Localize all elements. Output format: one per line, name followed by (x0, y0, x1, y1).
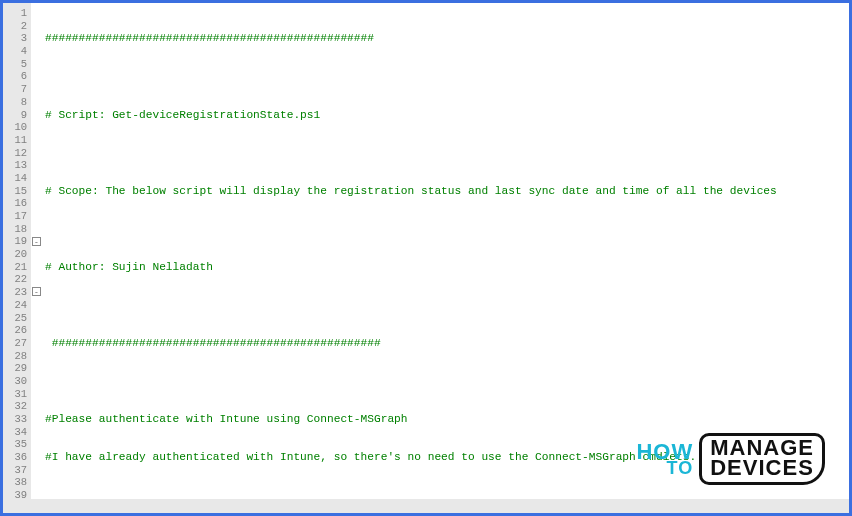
line-number: 17 (3, 210, 27, 223)
fold-margin: -- (31, 3, 45, 513)
line-number: 14 (3, 172, 27, 185)
code-line: #I have already authenticated with Intun… (45, 451, 696, 463)
line-number: 6 (3, 70, 27, 83)
status-bar (3, 499, 849, 513)
line-number: 25 (3, 312, 27, 325)
line-number: 34 (3, 426, 27, 439)
fold-toggle-icon[interactable]: - (32, 237, 41, 246)
line-number: 32 (3, 400, 27, 413)
line-number: 7 (3, 83, 27, 96)
line-number: 15 (3, 185, 27, 198)
code-line: # Author: Sujin Nelladath (45, 261, 213, 273)
code-line: # Scope: The below script will display t… (45, 185, 777, 197)
code-line (45, 223, 849, 236)
code-line: #Please authenticate with Intune using C… (45, 413, 408, 425)
line-number: 30 (3, 375, 27, 388)
line-number-gutter: 1234567891011121314151617181920212223242… (3, 3, 31, 513)
line-number: 33 (3, 413, 27, 426)
line-number: 20 (3, 248, 27, 261)
line-number: 8 (3, 96, 27, 109)
line-number: 31 (3, 388, 27, 401)
code-line: # Script: Get-deviceRegistrationState.ps… (45, 109, 320, 121)
line-number: 29 (3, 362, 27, 375)
line-number: 11 (3, 134, 27, 147)
line-number: 27 (3, 337, 27, 350)
line-number: 38 (3, 476, 27, 489)
code-line: ########################################… (45, 337, 381, 349)
line-number: 35 (3, 438, 27, 451)
code-line (45, 71, 849, 84)
watermark-logo: HOW TO MANAGE DEVICES (636, 433, 825, 485)
fold-toggle-icon[interactable]: - (32, 287, 41, 296)
line-number: 37 (3, 464, 27, 477)
line-number: 18 (3, 223, 27, 236)
line-number: 3 (3, 32, 27, 45)
line-number: 28 (3, 350, 27, 363)
line-number: 13 (3, 159, 27, 172)
code-line (45, 147, 849, 160)
line-number: 24 (3, 299, 27, 312)
watermark-box: MANAGE DEVICES (699, 433, 825, 485)
line-number: 12 (3, 147, 27, 160)
line-number: 26 (3, 324, 27, 337)
code-line (45, 375, 849, 388)
line-number: 21 (3, 261, 27, 274)
line-number: 9 (3, 109, 27, 122)
line-number: 23 (3, 286, 27, 299)
line-number: 10 (3, 121, 27, 134)
line-number: 22 (3, 273, 27, 286)
line-number: 2 (3, 20, 27, 33)
line-number: 1 (3, 7, 27, 20)
line-number: 19 (3, 235, 27, 248)
code-line (45, 299, 849, 312)
code-line: ########################################… (45, 32, 374, 44)
line-number: 36 (3, 451, 27, 464)
line-number: 16 (3, 197, 27, 210)
line-number: 4 (3, 45, 27, 58)
line-number: 5 (3, 58, 27, 71)
